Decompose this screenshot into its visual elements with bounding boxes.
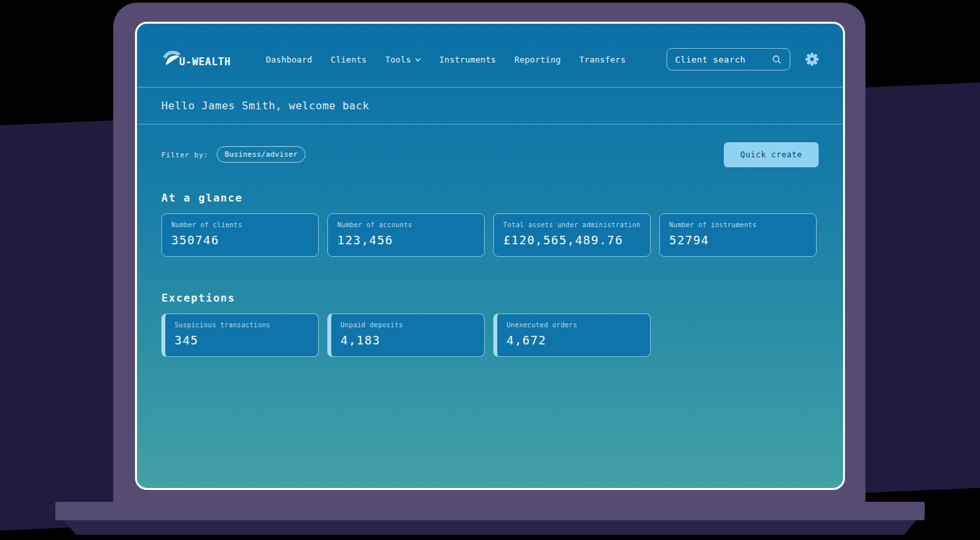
- header-right: [667, 48, 819, 70]
- stat-card-number-of-instruments: Number of instruments 52794: [659, 213, 817, 257]
- filter-by-label: Filter by:: [161, 151, 208, 159]
- exception-card-label: Suspicious transactions: [175, 321, 309, 329]
- welcome-message: Hello James Smith, welcome back: [161, 99, 369, 112]
- stat-card-label: Number of instruments: [669, 221, 807, 229]
- at-a-glance-title: At a glance: [161, 192, 819, 204]
- chevron-down-icon: [415, 58, 421, 62]
- stat-card-label: Total assets under administration: [503, 221, 641, 229]
- top-nav-bar: U-WEALTH Dashboard Clients Tools Instrum…: [137, 24, 843, 88]
- stat-card-label: Number of clients: [171, 221, 309, 229]
- nav-item-instruments[interactable]: Instruments: [439, 55, 496, 65]
- stat-card-value: 350746: [171, 233, 309, 247]
- stat-card-value: £120,565,489.76: [503, 233, 641, 247]
- nav-item-tools-label: Tools: [385, 55, 411, 65]
- logo-icon: [161, 49, 179, 69]
- welcome-banner: Hello James Smith, welcome back: [137, 88, 843, 124]
- stat-card-number-of-clients: Number of clients 350746: [161, 213, 319, 257]
- laptop-mockup-stage: U-WEALTH Dashboard Clients Tools Instrum…: [0, 0, 980, 540]
- brand-logo: U-WEALTH: [161, 49, 231, 69]
- exception-card-value: 4,183: [340, 333, 475, 347]
- nav-item-dashboard[interactable]: Dashboard: [266, 55, 312, 65]
- exception-card-label: Unexecuted orders: [506, 321, 641, 329]
- nav-item-reporting[interactable]: Reporting: [514, 55, 560, 65]
- stat-card-value: 52794: [669, 233, 807, 247]
- laptop-base: [55, 502, 925, 520]
- nav-item-clients[interactable]: Clients: [331, 55, 367, 65]
- dashboard-content: Filter by: Business/adviser Quick create…: [137, 142, 843, 357]
- laptop-bottom-edge: [64, 520, 916, 535]
- settings-button[interactable]: [805, 52, 819, 67]
- stat-card-total-assets: Total assets under administration £120,5…: [493, 213, 651, 257]
- client-search-box[interactable]: [667, 48, 790, 70]
- stat-card-label: Number of accounts: [337, 221, 475, 229]
- client-search-input[interactable]: [675, 55, 772, 65]
- exceptions-title: Exceptions: [161, 292, 819, 304]
- at-a-glance-cards: Number of clients 350746 Number of accou…: [161, 213, 819, 257]
- exception-card-value: 345: [175, 333, 309, 347]
- filter-group: Filter by: Business/adviser: [161, 146, 306, 163]
- nav-item-transfers[interactable]: Transfers: [580, 55, 626, 65]
- filter-business-adviser-pill[interactable]: Business/adviser: [217, 146, 306, 163]
- stat-card-number-of-accounts: Number of accounts 123,456: [327, 213, 485, 257]
- gear-icon: [805, 52, 819, 67]
- exception-card-unexecuted-orders[interactable]: Unexecuted orders 4,672: [493, 313, 651, 357]
- filter-row: Filter by: Business/adviser Quick create: [161, 142, 819, 167]
- quick-create-button[interactable]: Quick create: [724, 142, 819, 167]
- exception-card-value: 4,672: [506, 333, 641, 347]
- main-nav: Dashboard Clients Tools Instruments Repo…: [266, 55, 626, 65]
- nav-item-tools[interactable]: Tools: [385, 55, 421, 65]
- exceptions-cards: Suspicious transactions 345 Unpaid depos…: [161, 313, 819, 357]
- app-window: U-WEALTH Dashboard Clients Tools Instrum…: [135, 22, 845, 490]
- exception-card-unpaid-deposits[interactable]: Unpaid deposits 4,183: [327, 313, 485, 357]
- search-icon[interactable]: [772, 55, 782, 65]
- exception-card-label: Unpaid deposits: [340, 321, 475, 329]
- stat-card-value: 123,456: [337, 233, 475, 247]
- exception-card-suspicious-transactions[interactable]: Suspicious transactions 345: [161, 313, 319, 357]
- brand-name: U-WEALTH: [179, 56, 231, 69]
